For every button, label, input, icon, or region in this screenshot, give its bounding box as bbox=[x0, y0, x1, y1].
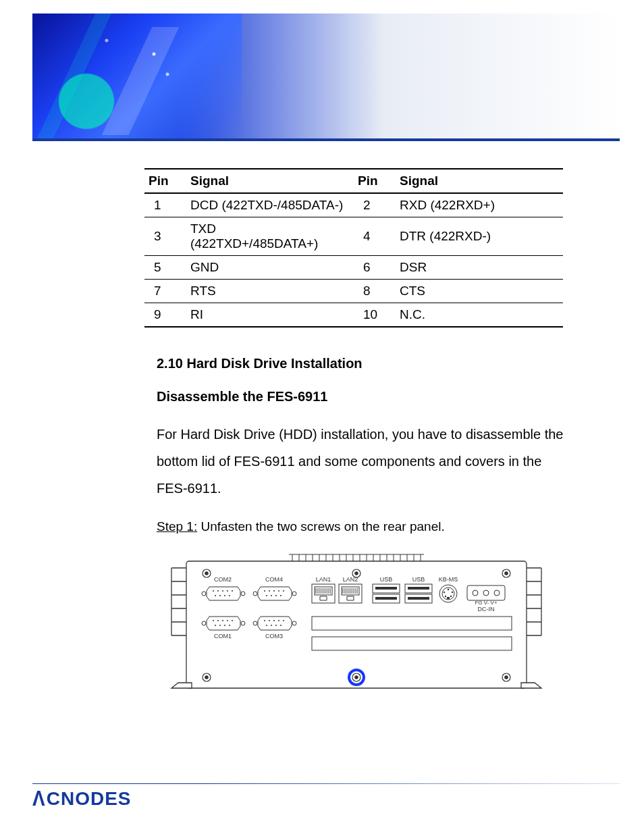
table-row: 7 RTS 8 CTS bbox=[144, 280, 563, 303]
svg-point-21 bbox=[219, 595, 221, 596]
port-label-kbms: KB-MS bbox=[439, 576, 458, 583]
svg-point-27 bbox=[269, 590, 270, 592]
port-label-com4: COM4 bbox=[265, 576, 283, 583]
svg-point-29 bbox=[278, 590, 279, 592]
step-line: Step 1: Unfasten the two screws on the r… bbox=[157, 519, 620, 534]
svg-point-67 bbox=[219, 625, 221, 626]
port-label-usb2: USB bbox=[412, 576, 425, 583]
svg-point-78 bbox=[271, 625, 272, 626]
svg-point-71 bbox=[292, 621, 296, 625]
svg-point-69 bbox=[229, 625, 230, 626]
step-text: Unfasten the two screws on the rear pane… bbox=[197, 519, 444, 533]
svg-point-68 bbox=[224, 625, 225, 626]
svg-point-15 bbox=[213, 590, 214, 592]
svg-point-22 bbox=[224, 595, 225, 596]
svg-point-66 bbox=[215, 625, 216, 626]
svg-point-26 bbox=[264, 590, 265, 592]
svg-point-50 bbox=[452, 592, 453, 593]
header-banner bbox=[32, 14, 620, 141]
svg-point-49 bbox=[444, 592, 445, 593]
port-label-dcpins: FG V- V+ bbox=[475, 600, 497, 606]
svg-point-30 bbox=[283, 590, 284, 592]
signal-cell: GND bbox=[186, 256, 354, 280]
svg-point-80 bbox=[280, 625, 281, 626]
svg-rect-38 bbox=[342, 587, 359, 595]
svg-point-12 bbox=[355, 676, 358, 679]
section-paragraph: For Hard Disk Drive (HDD) installation, … bbox=[157, 421, 566, 502]
document-page: Pin Signal Pin Signal 1 DCD (422TXD-/485… bbox=[0, 0, 644, 834]
svg-point-33 bbox=[275, 595, 277, 596]
svg-point-56 bbox=[473, 590, 478, 596]
port-label-dcin: DC-IN bbox=[478, 606, 495, 613]
pin-cell: 9 bbox=[144, 303, 186, 328]
svg-point-24 bbox=[253, 592, 257, 596]
table-row: 3 TXD (422TXD+/485DATA+) 4 DTR (422RXD-) bbox=[144, 217, 563, 256]
rear-panel-svg: COM2 COM4 LAN1 bbox=[167, 550, 545, 699]
brand-logo-mark-icon: Λ bbox=[32, 787, 46, 812]
signal-cell: CTS bbox=[396, 280, 563, 303]
brand-logo-text: CNODES bbox=[47, 788, 132, 809]
svg-point-28 bbox=[273, 590, 275, 592]
svg-point-4 bbox=[355, 572, 358, 575]
svg-point-17 bbox=[222, 590, 223, 592]
svg-point-79 bbox=[275, 625, 277, 626]
footer-divider bbox=[32, 783, 620, 784]
svg-rect-46 bbox=[408, 597, 429, 600]
svg-point-60 bbox=[241, 621, 245, 625]
svg-point-65 bbox=[232, 620, 233, 621]
table-row: 9 RI 10 N.C. bbox=[144, 303, 563, 328]
signal-cell: RTS bbox=[186, 280, 354, 303]
svg-point-73 bbox=[269, 620, 270, 621]
svg-point-72 bbox=[264, 620, 265, 621]
svg-rect-41 bbox=[375, 587, 397, 590]
brand-logo: ΛCNODES bbox=[32, 788, 131, 810]
svg-point-31 bbox=[266, 595, 267, 596]
port-label-lan1: LAN1 bbox=[316, 576, 331, 583]
svg-point-70 bbox=[253, 621, 257, 625]
pin-cell: 10 bbox=[354, 303, 396, 328]
signal-cell: DTR (422RXD-) bbox=[396, 217, 563, 256]
svg-rect-81 bbox=[312, 617, 512, 630]
svg-point-63 bbox=[222, 620, 223, 621]
port-label-usb1: USB bbox=[380, 576, 393, 583]
signal-cell: RI bbox=[186, 303, 354, 328]
svg-point-51 bbox=[445, 596, 446, 597]
header-pin-a: Pin bbox=[144, 169, 186, 193]
svg-rect-42 bbox=[375, 597, 397, 600]
svg-rect-45 bbox=[408, 587, 429, 590]
svg-rect-36 bbox=[315, 587, 332, 595]
pin-cell: 2 bbox=[354, 193, 396, 217]
pin-cell: 7 bbox=[144, 280, 186, 303]
svg-point-77 bbox=[266, 625, 267, 626]
section-subheading: Disassemble the FES-6911 bbox=[157, 389, 620, 405]
pin-cell: 3 bbox=[144, 217, 186, 256]
port-label-com2: COM2 bbox=[214, 576, 232, 583]
svg-point-18 bbox=[227, 590, 228, 592]
signal-cell: TXD (422TXD+/485DATA+) bbox=[186, 217, 354, 256]
svg-point-34 bbox=[280, 595, 281, 596]
section-heading: 2.10 Hard Disk Drive Installation bbox=[157, 356, 620, 371]
svg-point-75 bbox=[278, 620, 279, 621]
pin-cell: 8 bbox=[354, 280, 396, 303]
port-label-com3: COM3 bbox=[265, 633, 283, 640]
table-header-row: Pin Signal Pin Signal bbox=[144, 169, 563, 193]
svg-point-10 bbox=[505, 676, 508, 679]
svg-point-53 bbox=[448, 589, 449, 590]
svg-point-32 bbox=[271, 595, 272, 596]
svg-point-19 bbox=[232, 590, 233, 592]
header-pin-b: Pin bbox=[354, 169, 396, 193]
pin-cell: 5 bbox=[144, 256, 186, 280]
step-label: Step 1: bbox=[157, 519, 197, 533]
header-signal-a: Signal bbox=[186, 169, 354, 193]
svg-point-25 bbox=[292, 592, 296, 596]
port-label-com1: COM1 bbox=[214, 633, 232, 640]
svg-point-14 bbox=[241, 592, 245, 596]
svg-point-2 bbox=[205, 572, 208, 575]
svg-point-20 bbox=[215, 595, 216, 596]
svg-rect-54 bbox=[447, 597, 450, 599]
header-signal-b: Signal bbox=[396, 169, 563, 193]
svg-point-62 bbox=[217, 620, 219, 621]
svg-point-23 bbox=[229, 595, 230, 596]
svg-point-57 bbox=[483, 590, 489, 596]
signal-cell: RXD (422RXD+) bbox=[396, 193, 563, 217]
